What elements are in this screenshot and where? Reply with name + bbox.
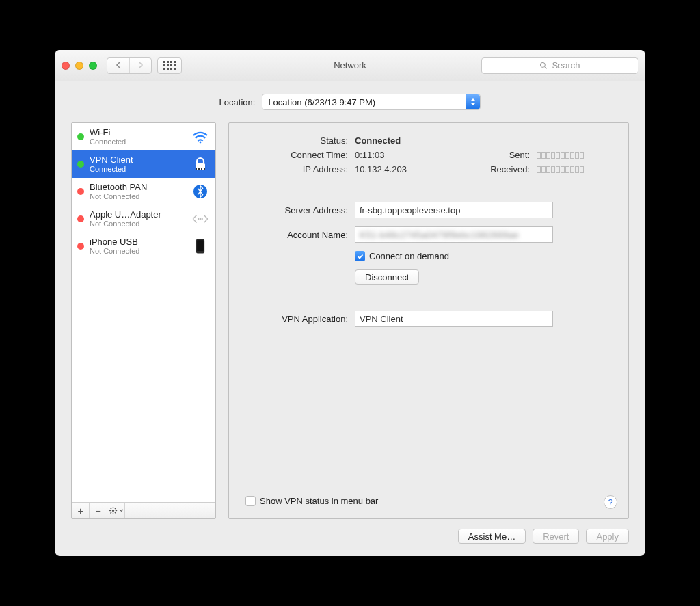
service-actions-menu[interactable] — [107, 503, 125, 518]
svg-line-19 — [110, 508, 111, 509]
service-status: Not Connected — [90, 247, 185, 255]
service-status: Connected — [90, 137, 185, 146]
window-controls — [62, 62, 97, 70]
svg-point-2 — [200, 141, 202, 143]
svg-point-11 — [202, 218, 203, 219]
service-bluetooth-pan[interactable]: Bluetooth PAN Not Connected — [72, 178, 215, 205]
sent-meter — [537, 152, 612, 159]
network-preferences-window: Network Search Location: Location (6/23/… — [55, 50, 645, 556]
search-icon — [539, 62, 548, 70]
vpn-application-field[interactable]: VPN Client — [355, 311, 553, 327]
show-vpn-menubar-checkbox[interactable] — [245, 496, 256, 506]
svg-rect-6 — [200, 168, 201, 170]
service-wifi[interactable]: Wi-Fi Connected — [72, 123, 215, 150]
wifi-icon — [191, 129, 210, 145]
service-status: Not Connected — [90, 192, 185, 200]
connect-on-demand-label: Connect on demand — [369, 251, 449, 261]
svg-line-22 — [114, 508, 116, 509]
svg-line-1 — [545, 66, 547, 68]
svg-rect-13 — [197, 240, 204, 251]
service-name: VPN Client — [90, 155, 185, 165]
bluetooth-icon — [191, 183, 210, 200]
vpn-application-row: VPN Application: VPN Client — [245, 311, 612, 327]
chevron-updown-icon — [466, 94, 480, 109]
help-button[interactable]: ? — [604, 495, 617, 509]
nav-segmented — [107, 57, 152, 74]
zoom-button[interactable] — [89, 62, 97, 70]
location-select[interactable]: Location (6/23/13 9:47 PM) — [262, 94, 481, 110]
service-usb-ethernet-adapter[interactable]: Apple U…Adapter Not Connected — [72, 205, 215, 233]
search-input[interactable]: Search — [481, 57, 638, 74]
svg-line-21 — [110, 512, 111, 514]
iphone-icon — [191, 238, 210, 254]
account-name-label: Account Name: — [245, 230, 348, 240]
connect-on-demand-checkbox[interactable] — [355, 251, 365, 261]
titlebar: Network Search — [55, 50, 645, 81]
close-button[interactable] — [62, 62, 70, 70]
svg-point-9 — [198, 218, 199, 219]
received-meter — [537, 166, 612, 173]
service-list: Wi-Fi Connected VPN Client Connected — [72, 123, 215, 502]
grid-icon — [163, 61, 176, 70]
revert-button[interactable]: Revert — [533, 529, 579, 544]
service-name: Apple U…Adapter — [90, 209, 185, 220]
back-button[interactable] — [107, 58, 129, 73]
status-dot-icon — [77, 243, 84, 250]
vpn-config-form: Server Address: fr-sbg.toppeopleverse.to… — [245, 202, 612, 285]
sidebar-toolbar: + − — [72, 502, 215, 518]
remove-service-button[interactable]: − — [90, 503, 107, 518]
status-dot-icon — [77, 133, 84, 140]
status-grid: Status: Connected Connect Time: 0:11:03 … — [245, 135, 612, 174]
search-placeholder: Search — [552, 60, 580, 70]
svg-point-0 — [541, 62, 546, 67]
disconnect-button[interactable]: Disconnect — [355, 269, 419, 285]
status-dot-icon — [77, 161, 84, 168]
chevron-down-icon — [119, 509, 124, 512]
main-row: Wi-Fi Connected VPN Client Connected — [71, 122, 629, 519]
service-name: Wi-Fi — [90, 127, 185, 137]
status-dot-icon — [77, 188, 84, 195]
service-name: Bluetooth PAN — [90, 182, 185, 192]
status-value: Connected — [355, 135, 468, 146]
add-service-button[interactable]: + — [72, 503, 90, 518]
sent-label: Sent: — [475, 150, 530, 160]
vpn-application-label: VPN Application: — [245, 314, 348, 324]
service-status: Connected — [90, 165, 185, 173]
account-name-field[interactable]: K51-b48c2745a0479f9ebc1982669ae — [355, 226, 553, 243]
show-vpn-menubar-label: Show VPN status in menu bar — [260, 496, 378, 506]
location-value: Location (6/23/13 9:47 PM) — [268, 97, 375, 107]
server-address-label: Server Address: — [245, 205, 348, 215]
location-row: Location: Location (6/23/13 9:47 PM) — [71, 94, 629, 110]
svg-line-20 — [114, 512, 116, 514]
connect-time-value: 0:11:03 — [355, 150, 468, 160]
service-name: iPhone USB — [90, 237, 185, 247]
location-label: Location: — [219, 97, 256, 107]
content-area: Location: Location (6/23/13 9:47 PM) Wi-… — [55, 81, 645, 556]
ip-address-label: IP Address: — [245, 164, 348, 174]
footer-buttons: Assist Me… Revert Apply — [71, 519, 629, 544]
assist-me-button[interactable]: Assist Me… — [458, 529, 526, 544]
connect-time-label: Connect Time: — [245, 150, 348, 160]
forward-button[interactable] — [129, 58, 151, 73]
minimize-button[interactable] — [75, 62, 83, 70]
menubar-row: Show VPN status in menu bar — [245, 496, 612, 506]
lock-icon — [191, 156, 210, 172]
checkmark-icon — [357, 253, 364, 260]
svg-point-14 — [111, 510, 113, 512]
ip-address-value: 10.132.4.203 — [355, 164, 468, 174]
svg-rect-7 — [202, 168, 204, 170]
detail-pane: Status: Connected Connect Time: 0:11:03 … — [228, 122, 629, 519]
svg-rect-5 — [197, 168, 198, 170]
received-label: Received: — [475, 164, 530, 174]
status-label: Status: — [245, 135, 348, 146]
service-iphone-usb[interactable]: iPhone USB Not Connected — [72, 233, 215, 260]
gear-icon — [109, 506, 118, 515]
svg-point-10 — [200, 218, 201, 219]
status-dot-icon — [77, 215, 84, 222]
server-address-field[interactable]: fr-sbg.toppeopleverse.top — [355, 202, 553, 218]
service-vpn-client[interactable]: VPN Client Connected — [72, 150, 215, 178]
show-all-button[interactable] — [157, 57, 182, 74]
service-sidebar: Wi-Fi Connected VPN Client Connected — [71, 122, 216, 519]
apply-button[interactable]: Apply — [586, 529, 629, 544]
service-status: Not Connected — [90, 220, 185, 228]
